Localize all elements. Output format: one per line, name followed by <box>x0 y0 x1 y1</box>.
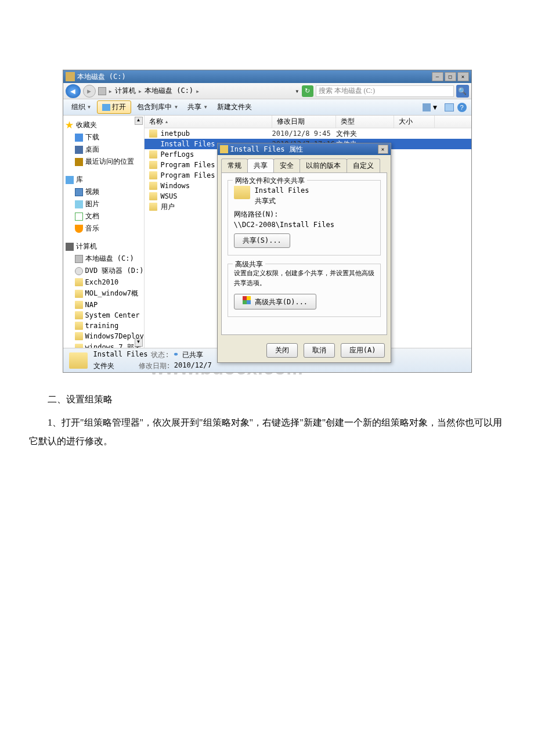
folder-open-icon <box>102 104 110 111</box>
sidebar-item-videos[interactable]: 视频 <box>66 186 142 198</box>
cancel-button[interactable]: 取消 <box>304 343 335 358</box>
refresh-button[interactable]: ↻ <box>302 85 313 97</box>
date-label: 修改日期: <box>139 361 171 371</box>
search-button[interactable]: 🔍 <box>456 85 469 98</box>
search-placeholder: 搜索 本地磁盘 (C:) <box>319 86 375 96</box>
include-library-menu[interactable]: 包含到库中▼ <box>134 101 182 113</box>
nav-back-button[interactable]: ◄ <box>66 84 81 98</box>
share-button[interactable]: 共享(S)... <box>234 233 290 248</box>
download-icon <box>75 134 83 142</box>
state-label: 状态: <box>151 350 169 360</box>
folder-icon <box>234 185 250 199</box>
nav-forward-button[interactable]: ► <box>83 85 96 98</box>
column-size[interactable]: 大小 <box>394 116 435 128</box>
file-name: Windows <box>161 182 190 190</box>
dialog-buttons: 关闭 取消 应用(A) <box>218 339 391 362</box>
breadcrumb-sep: ▸ <box>196 87 200 95</box>
share-name: Install Files <box>255 185 309 196</box>
disk-icon <box>66 72 75 81</box>
column-name[interactable]: 名称 ▴ <box>145 116 272 128</box>
address-bar: ◄ ► ▸ 计算机 ▸ 本地磁盘 (C:) ▸ ▾ ↻ 搜索 本地磁盘 (C:)… <box>63 83 471 99</box>
sidebar-item-folder[interactable]: Windows7Deploy <box>66 331 142 341</box>
scroll-down-button[interactable]: ▼ <box>135 339 143 347</box>
help-button[interactable]: ? <box>457 103 467 112</box>
sidebar-item-folder[interactable]: training <box>66 321 142 331</box>
sidebar-item-pictures[interactable]: 图片 <box>66 198 142 210</box>
breadcrumb-dropdown[interactable]: ▾ <box>295 87 299 95</box>
sidebar-item-documents[interactable]: 文档 <box>66 210 142 222</box>
document-icon <box>75 213 83 221</box>
sidebar-item-folder[interactable]: NAP <box>66 300 142 310</box>
sidebar-item-desktop[interactable]: 桌面 <box>66 143 142 156</box>
file-name: PerfLogs <box>161 150 194 159</box>
folder-icon <box>149 161 157 169</box>
group-legend: 网络文件和文件夹共享 <box>233 176 307 186</box>
new-folder-button[interactable]: 新建文件夹 <box>214 101 255 113</box>
sidebar-item-music[interactable]: 音乐 <box>66 222 142 235</box>
sidebar-item-dvd[interactable]: DVD 驱动器 (D:) <box>66 265 142 277</box>
tab-customize[interactable]: 自定义 <box>347 159 380 172</box>
picture-icon <box>75 200 83 208</box>
tab-sharing[interactable]: 共享 <box>247 159 274 172</box>
advanced-share-button[interactable]: 高级共享(D)... <box>234 294 317 309</box>
sidebar-item-downloads[interactable]: 下载 <box>66 131 142 143</box>
tab-previous-versions[interactable]: 以前的版本 <box>300 159 347 172</box>
music-icon <box>75 225 83 233</box>
computer-header[interactable]: 计算机 <box>66 240 142 253</box>
folder-icon <box>149 192 157 200</box>
column-type[interactable]: 类型 <box>336 116 394 128</box>
file-name: Program Files ( <box>161 171 223 179</box>
file-name: Install Files <box>161 140 215 148</box>
advanced-description: 设置自定义权限，创建多个共享，并设置其他高级共享选项。 <box>234 269 374 288</box>
doc-heading: 二、设置组策略 <box>29 390 505 409</box>
tab-general[interactable]: 常规 <box>221 159 248 172</box>
dialog-title: Install Files 属性 <box>230 145 303 154</box>
breadcrumb-item[interactable]: 本地磁盘 (C:) <box>145 86 193 96</box>
preview-pane-button[interactable] <box>445 103 454 111</box>
network-sharing-group: 网络文件和文件夹共享 Install Files 共享式 网络路径(N): \\… <box>228 180 381 255</box>
folder-icon <box>75 322 83 330</box>
recent-icon <box>75 158 83 166</box>
sidebar-item-folder[interactable]: System Center <box>66 310 142 321</box>
chevron-down-icon: ▼ <box>432 103 439 111</box>
folder-icon <box>75 311 83 319</box>
sidebar-item-local-disk[interactable]: 本地磁盘 (C:) <box>66 253 142 265</box>
libraries-header[interactable]: 库 <box>66 174 142 186</box>
shared-icon: ⚭ <box>173 350 179 360</box>
network-path-label: 网络路径(N): <box>234 210 374 219</box>
date-value: 2010/12/7 <box>174 361 212 371</box>
sidebar-item-folder[interactable]: Exch2010 <box>66 277 142 287</box>
column-date[interactable]: 修改日期 <box>272 116 336 128</box>
sidebar-item-folder[interactable]: MOL_window7概 <box>66 287 142 300</box>
maximize-button[interactable]: □ <box>445 72 456 81</box>
selected-name: Install Files <box>93 350 148 360</box>
advanced-sharing-group: 高级共享 设置自定义权限，创建多个共享，并设置其他高级共享选项。 高级共享(D)… <box>228 264 381 317</box>
scroll-up-button[interactable]: ▲ <box>135 117 143 125</box>
breadcrumb-item[interactable]: 计算机 <box>115 86 136 96</box>
folder-icon <box>149 150 157 159</box>
dialog-close-button[interactable]: ✕ <box>378 145 388 154</box>
navigation-pane: ▲ 收藏夹 下载 桌面 最近访问的位置 库 <box>63 116 145 348</box>
organize-menu[interactable]: 组织▼ <box>68 101 95 113</box>
share-menu[interactable]: 共享▼ <box>184 101 211 113</box>
view-options-button[interactable]: ▼ <box>420 102 441 113</box>
minimize-button[interactable]: — <box>432 72 443 81</box>
sidebar-item-recent[interactable]: 最近访问的位置 <box>66 156 142 168</box>
close-button[interactable]: ✕ <box>457 72 469 81</box>
apply-button[interactable]: 应用(A) <box>341 343 385 358</box>
network-path: \\DC2-2008\Install Files <box>234 221 374 229</box>
tab-security[interactable]: 安全 <box>273 159 300 172</box>
file-row[interactable]: inetpub2010/12/8 9:45文件夹 <box>145 128 471 139</box>
file-name: 用户 <box>161 202 175 212</box>
file-name: WSUS <box>161 192 178 200</box>
chevron-down-icon: ▼ <box>87 105 92 110</box>
close-button[interactable]: 关闭 <box>266 343 298 358</box>
open-button[interactable]: 打开 <box>97 100 131 114</box>
sharing-panel: 网络文件和文件夹共享 Install Files 共享式 网络路径(N): \\… <box>221 172 387 335</box>
search-input[interactable]: 搜索 本地磁盘 (C:) <box>316 85 454 97</box>
sidebar-item-folder[interactable]: windows 7 部署 <box>66 341 142 348</box>
dialog-titlebar: Install Files 属性 ✕ <box>218 143 391 155</box>
favorites-header[interactable]: 收藏夹 <box>66 119 142 131</box>
column-headers: 名称 ▴ 修改日期 类型 大小 <box>145 116 471 128</box>
breadcrumb[interactable]: ▸ 计算机 ▸ 本地磁盘 (C:) ▸ ▾ <box>98 86 300 96</box>
